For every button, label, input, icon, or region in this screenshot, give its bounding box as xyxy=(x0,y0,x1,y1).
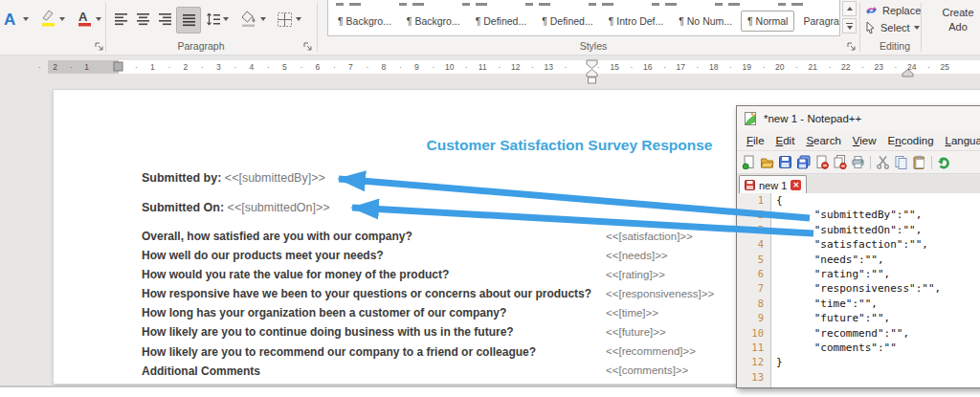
code-line[interactable]: 10 "recommend":"", xyxy=(737,326,980,341)
save-all-icon[interactable] xyxy=(795,154,812,170)
merge-field[interactable]: <<[responsiveness]>> xyxy=(606,288,714,299)
select-button[interactable]: Select xyxy=(864,21,920,34)
undo-icon[interactable] xyxy=(936,154,952,170)
borders-button[interactable] xyxy=(275,8,294,31)
ruler-number: 11 xyxy=(466,60,500,74)
code-line[interactable]: 1{ xyxy=(737,193,980,208)
paragraph-dialog-launcher[interactable] xyxy=(302,41,313,52)
align-center-icon xyxy=(136,12,150,26)
notepadpp-window[interactable]: *new 1 - Notepad++ FileEditSearchViewEnc… xyxy=(736,105,980,388)
survey-row: How long has your organization been a cu… xyxy=(142,304,812,323)
toolbar-separator xyxy=(931,156,932,169)
style-gallery-item[interactable]: ¶ Normal xyxy=(741,11,794,32)
align-center-button[interactable] xyxy=(133,9,152,30)
highlight-button[interactable] xyxy=(38,6,57,31)
ruler-number: 19 xyxy=(730,60,764,74)
code-line[interactable]: 11 "comments":"" xyxy=(737,341,980,355)
highlight-chevron[interactable] xyxy=(59,17,65,21)
code-line[interactable]: 2 "submittedBy":"", xyxy=(737,208,980,222)
save-icon[interactable] xyxy=(777,154,793,170)
style-gallery-item[interactable]: ¶ Intro Def... xyxy=(602,11,671,32)
menu-view[interactable]: View xyxy=(847,135,882,146)
ruler-margin-number: 2 xyxy=(39,60,71,74)
paste-icon[interactable] xyxy=(911,154,927,170)
select-chevron xyxy=(914,26,920,30)
merge-field[interactable]: <<[needs]>> xyxy=(606,250,668,261)
open-icon[interactable] xyxy=(759,154,775,170)
code-line[interactable]: 4 "satisfaction":"", xyxy=(737,237,980,252)
gallery-scroll-up-button[interactable] xyxy=(842,1,857,16)
left-indent-marker[interactable] xyxy=(589,77,596,83)
tab-close-icon[interactable]: ✕ xyxy=(791,180,801,190)
close-icon[interactable] xyxy=(813,154,830,170)
merge-field[interactable]: <<[recommend]>> xyxy=(606,345,696,357)
code-line[interactable]: 13 xyxy=(737,370,980,385)
code-line[interactable]: 3 "submittedOn":"", xyxy=(737,223,980,237)
code-line[interactable]: 6 "rating":"", xyxy=(737,267,980,281)
code-text: "responsiveness":"", xyxy=(771,281,941,296)
merge-field[interactable]: <<[rating]>> xyxy=(606,269,665,280)
notepadpp-window-title: *new 1 - Notepad++ xyxy=(764,113,861,124)
code-line[interactable]: 12} xyxy=(737,355,980,369)
code-text: "satisfaction":"", xyxy=(771,237,928,252)
font-dialog-launcher[interactable] xyxy=(94,41,104,52)
style-gallery-item[interactable]: ¶ Defined... xyxy=(469,11,534,32)
text-effects-button[interactable]: A xyxy=(2,6,21,31)
font-color-button[interactable]: A xyxy=(75,6,94,31)
survey-row: How likely are you to continue doing bus… xyxy=(142,323,812,342)
close-all-icon[interactable] xyxy=(832,154,848,170)
gallery-expand-button[interactable] xyxy=(842,18,857,33)
menu-search[interactable]: Search xyxy=(800,135,846,146)
submitted-on-field[interactable]: <<[submittedOn]>> xyxy=(228,201,330,214)
notepadpp-editor[interactable]: 1{2 "submittedBy":"",3 "submittedOn":"",… xyxy=(737,193,980,387)
code-line[interactable]: 8 "time":"", xyxy=(737,297,980,311)
copy-icon[interactable] xyxy=(893,154,909,170)
code-line[interactable]: 14 xyxy=(737,385,980,387)
line-number: 6 xyxy=(737,267,771,281)
shading-button[interactable] xyxy=(239,8,258,31)
merge-field[interactable]: <<[comments]>> xyxy=(606,364,688,376)
code-text: } xyxy=(771,355,783,369)
style-gallery-item[interactable]: ¶ Defined... xyxy=(535,11,600,32)
code-line[interactable]: 7 "responsiveness":"", xyxy=(737,281,980,296)
style-gallery-item[interactable]: ¶ Backgro... xyxy=(400,11,467,32)
style-gallery-item[interactable]: Paragraph xyxy=(796,11,840,32)
cut-icon[interactable] xyxy=(875,154,891,170)
font-color-chevron[interactable] xyxy=(96,17,101,21)
merge-field[interactable]: <<[satisfaction]>> xyxy=(606,231,693,242)
line-number: 5 xyxy=(737,253,771,267)
menu-language[interactable]: Language xyxy=(940,135,980,146)
ruler-number: 3 xyxy=(202,60,235,74)
menu-file[interactable]: File xyxy=(741,135,770,146)
code-text: "submittedBy":"", xyxy=(771,208,922,222)
create-adobe-group[interactable]: Create Ado xyxy=(924,6,980,34)
question-text: Overall, how satisfied are you with our … xyxy=(142,230,412,243)
line-spacing-chevron[interactable] xyxy=(223,17,229,21)
merge-field[interactable]: <<[time]>> xyxy=(606,307,658,319)
replace-button[interactable]: Replace xyxy=(864,4,921,16)
submitted-by-field[interactable]: <<[submittedBy]>> xyxy=(225,171,325,185)
menu-encoding[interactable]: Encoding xyxy=(882,135,940,146)
tab-new1[interactable]: new 1 ✕ xyxy=(739,175,807,194)
line-number: 8 xyxy=(737,297,771,311)
merge-field[interactable]: <<[future]>> xyxy=(606,326,666,338)
line-number: 13 xyxy=(737,370,771,385)
new-file-icon[interactable] xyxy=(741,154,757,170)
code-line[interactable]: 5 "needs":"", xyxy=(737,253,980,267)
ruler-number: 22 xyxy=(830,60,863,74)
style-gallery-item[interactable]: ¶ No Num... xyxy=(672,11,739,32)
print-icon[interactable] xyxy=(850,154,866,170)
code-line[interactable]: 9 "future":"", xyxy=(737,311,980,325)
group-divider xyxy=(105,3,106,52)
style-gallery-item[interactable]: ¶ Backgro... xyxy=(331,11,398,32)
text-effects-chevron[interactable] xyxy=(23,17,29,21)
notepadpp-titlebar[interactable]: *new 1 - Notepad++ xyxy=(737,106,980,131)
align-right-button[interactable] xyxy=(155,9,174,30)
shading-chevron[interactable] xyxy=(260,17,266,21)
menu-edit[interactable]: Edit xyxy=(770,135,801,146)
line-spacing-button[interactable] xyxy=(204,9,223,30)
align-left-button[interactable] xyxy=(111,9,130,30)
borders-chevron[interactable] xyxy=(296,17,301,21)
highlight-icon xyxy=(39,8,56,29)
justify-button[interactable] xyxy=(176,7,201,33)
